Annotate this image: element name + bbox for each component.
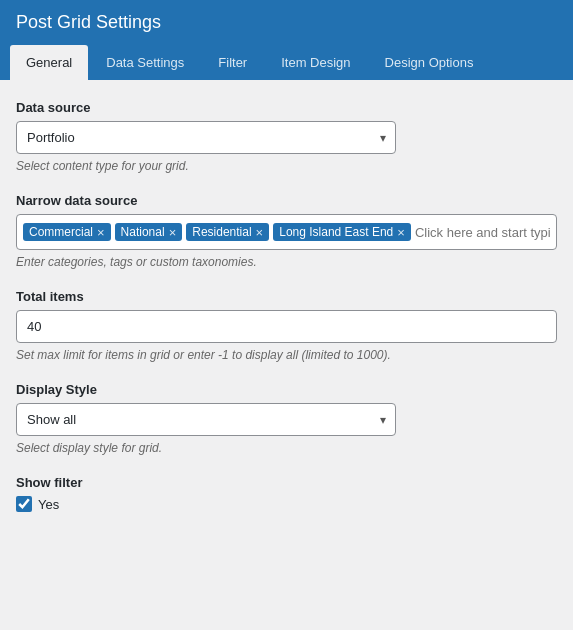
- tab-data-settings[interactable]: Data Settings: [90, 45, 200, 80]
- content-area: Data source Portfolio Posts Pages Custom…: [0, 80, 573, 552]
- tab-item-design[interactable]: Item Design: [265, 45, 366, 80]
- display-style-select-wrapper: Show all Pagination Load more Infinite s…: [16, 403, 396, 436]
- total-items-field: Total items Set max limit for items in g…: [16, 289, 557, 362]
- data-source-field: Data source Portfolio Posts Pages Custom…: [16, 100, 557, 173]
- data-source-hint: Select content type for your grid.: [16, 159, 557, 173]
- display-style-field: Display Style Show all Pagination Load m…: [16, 382, 557, 455]
- tab-general[interactable]: General: [10, 45, 88, 80]
- show-filter-label: Show filter: [16, 475, 557, 490]
- tag-national: National ×: [115, 223, 183, 241]
- tag-commercial: Commercial ×: [23, 223, 111, 241]
- tags-text-input[interactable]: [415, 225, 550, 240]
- tag-remove-residential[interactable]: ×: [256, 226, 264, 239]
- show-filter-checkbox[interactable]: [16, 496, 32, 512]
- data-source-select[interactable]: Portfolio Posts Pages Custom: [16, 121, 396, 154]
- narrow-data-source-hint: Enter categories, tags or custom taxonom…: [16, 255, 557, 269]
- tag-remove-long-island[interactable]: ×: [397, 226, 405, 239]
- show-filter-field: Show filter Yes: [16, 475, 557, 512]
- tab-filter[interactable]: Filter: [202, 45, 263, 80]
- tab-design-options[interactable]: Design Options: [369, 45, 490, 80]
- total-items-input[interactable]: [16, 310, 557, 343]
- display-style-label: Display Style: [16, 382, 557, 397]
- show-filter-checkbox-label: Yes: [38, 497, 59, 512]
- display-style-select[interactable]: Show all Pagination Load more Infinite s…: [16, 403, 396, 436]
- tag-residential: Residential ×: [186, 223, 269, 241]
- narrow-data-source-label: Narrow data source: [16, 193, 557, 208]
- total-items-hint: Set max limit for items in grid or enter…: [16, 348, 557, 362]
- data-source-select-wrapper: Portfolio Posts Pages Custom ▾: [16, 121, 396, 154]
- tag-remove-national[interactable]: ×: [169, 226, 177, 239]
- page-title: Post Grid Settings: [0, 0, 573, 45]
- display-style-hint: Select display style for grid.: [16, 441, 557, 455]
- tag-long-island-east-end: Long Island East End ×: [273, 223, 411, 241]
- tags-input-wrapper[interactable]: Commercial × National × Residential × Lo…: [16, 214, 557, 250]
- tabs-bar: General Data Settings Filter Item Design…: [0, 45, 573, 80]
- narrow-data-source-field: Narrow data source Commercial × National…: [16, 193, 557, 269]
- data-source-label: Data source: [16, 100, 557, 115]
- show-filter-checkbox-row: Yes: [16, 496, 557, 512]
- tag-remove-commercial[interactable]: ×: [97, 226, 105, 239]
- total-items-label: Total items: [16, 289, 557, 304]
